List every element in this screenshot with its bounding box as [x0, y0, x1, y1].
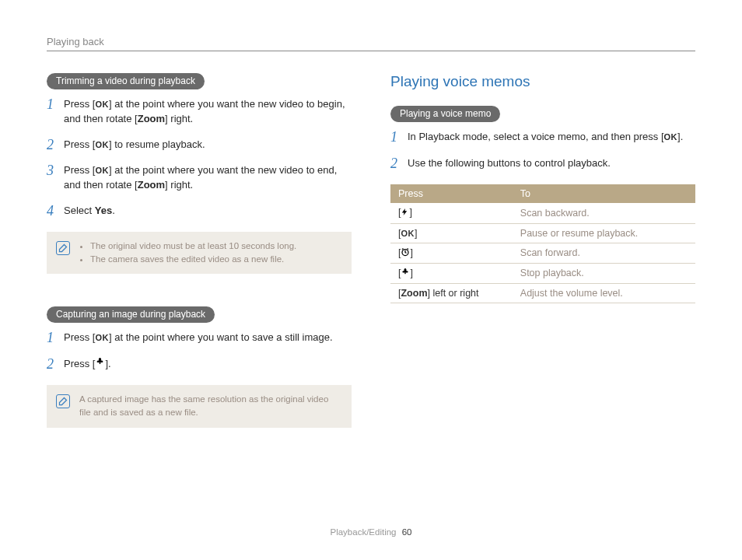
table-row: [] Scan forward. — [390, 243, 695, 263]
right-column: Playing voice memos Playing a voice memo… — [390, 73, 695, 450]
footer-page-number: 60 — [402, 527, 412, 537]
step-item: 3 Press [OK] at the point where you want… — [47, 163, 352, 193]
table-cell-key: [Zoom] left or right — [390, 284, 513, 303]
step-item: 2 Press [OK] to resume playback. — [47, 138, 352, 153]
step-text: Press []. — [64, 357, 352, 372]
section-heading-voice-memos: Playing voice memos — [390, 73, 695, 90]
table-cell-desc: Pause or resume playback. — [513, 223, 695, 243]
step-text: Press [OK] to resume playback. — [64, 138, 352, 152]
table-row: [] Scan backward. — [390, 203, 695, 224]
step-number: 2 — [47, 357, 61, 373]
step-item: 1 Press [OK] at the point where you want… — [47, 97, 352, 127]
ok-icon: OK — [95, 332, 109, 345]
page-footer: Playback/Editing 60 — [0, 527, 742, 537]
controls-table: Press To [] Scan backward. [OK] Pause or… — [390, 184, 695, 303]
trimming-steps: 1 Press [OK] at the point where you want… — [47, 97, 352, 219]
note-line: The original video must be at least 10 s… — [90, 240, 342, 253]
step-number: 3 — [47, 163, 61, 179]
macro-icon — [401, 268, 410, 279]
capturing-steps: 1 Press [OK] at the point where you want… — [47, 331, 352, 373]
step-number: 2 — [47, 138, 61, 153]
flash-icon — [401, 207, 409, 219]
step-item: 1 Press [OK] at the point where you want… — [47, 331, 352, 346]
table-cell-key: [] — [390, 203, 513, 224]
table-row: [] Stop playback. — [390, 263, 695, 283]
ok-icon: OK — [95, 139, 109, 152]
step-item: 2 Use the following buttons to control p… — [390, 156, 695, 172]
step-item: 1 In Playback mode, select a voice memo,… — [390, 130, 695, 145]
header-section-label: Playing back — [47, 36, 104, 47]
table-cell-key: [] — [390, 243, 513, 263]
memo-steps: 1 In Playback mode, select a voice memo,… — [390, 130, 695, 172]
table-row: [OK] Pause or resume playback. — [390, 223, 695, 243]
step-text: Press [OK] at the point where you want t… — [64, 97, 352, 127]
step-text: In Playback mode, select a voice memo, a… — [408, 130, 695, 145]
note-box-trimming: The original video must be at least 10 s… — [47, 232, 352, 275]
note-line: A captured image has the same resolution… — [79, 394, 328, 417]
note-body: The original video must be at least 10 s… — [79, 240, 342, 267]
table-cell-key: [] — [390, 263, 513, 283]
step-number: 2 — [390, 156, 404, 172]
table-cell-desc: Scan forward. — [513, 243, 695, 263]
table-cell-key: [OK] — [390, 223, 513, 243]
left-column: Trimming a video during playback 1 Press… — [47, 73, 352, 450]
table-cell-desc: Stop playback. — [513, 263, 695, 283]
content-columns: Trimming a video during playback 1 Press… — [47, 73, 695, 450]
note-box-capturing: A captured image has the same resolution… — [47, 385, 352, 428]
ok-icon: OK — [95, 99, 109, 111]
step-number: 1 — [47, 97, 61, 113]
table-header-press: Press — [390, 184, 513, 203]
note-body: A captured image has the same resolution… — [79, 393, 342, 420]
ok-icon: OK — [95, 165, 109, 177]
step-number: 1 — [47, 331, 61, 346]
note-icon — [56, 394, 70, 408]
table-header-to: To — [513, 184, 695, 203]
table-cell-desc: Adjust the volume level. — [513, 284, 695, 303]
step-text: Select Yes. — [64, 204, 352, 219]
timer-icon — [401, 247, 410, 259]
step-text: Use the following buttons to control pla… — [408, 156, 695, 171]
note-icon — [56, 241, 70, 255]
table-row: [Zoom] left or right Adjust the volume l… — [390, 284, 695, 303]
step-text: Press [OK] at the point where you want t… — [64, 163, 352, 193]
subheading-trimming: Trimming a video during playback — [47, 73, 205, 89]
macro-icon — [95, 357, 105, 372]
subheading-capturing: Capturing an image during playback — [47, 306, 215, 323]
ok-icon: OK — [664, 131, 678, 144]
table-cell-desc: Scan backward. — [513, 203, 695, 224]
step-number: 4 — [47, 204, 61, 219]
step-text: Press [OK] at the point where you want t… — [64, 331, 352, 345]
page-header: Playing back — [47, 36, 695, 51]
footer-label: Playback/Editing — [330, 527, 396, 537]
step-number: 1 — [390, 130, 404, 145]
ok-icon: OK — [401, 229, 415, 238]
note-line: The camera saves the edited video as a n… — [90, 253, 342, 266]
subheading-playing-memo: Playing a voice memo — [390, 106, 500, 122]
step-item: 4 Select Yes. — [47, 204, 352, 219]
step-item: 2 Press []. — [47, 357, 352, 373]
